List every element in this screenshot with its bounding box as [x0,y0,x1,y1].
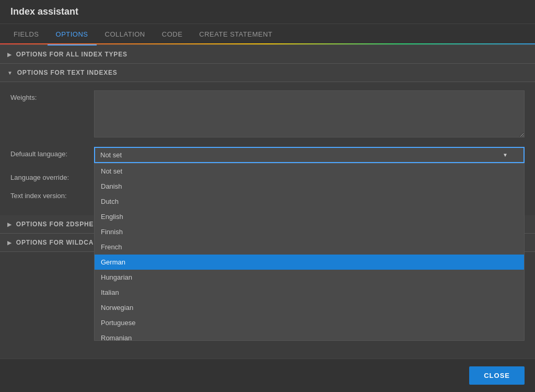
dropdown-item-english[interactable]: English [95,209,524,224]
title-bar: Index assistant [0,0,535,24]
tab-bar: FIELDSOPTIONSCOLLATIONCODECREATE STATEME… [0,24,535,45]
default-language-control: Not set ▼ Not setDanishDutchEnglishFinni… [94,147,525,163]
dropdown-item-italian[interactable]: Italian [95,285,524,300]
default-language-row: Defuault language: Not set ▼ Not setDani… [10,147,525,163]
dropdown-selected-value: Not set [100,151,122,159]
weights-control [94,90,525,140]
tab-options[interactable]: OPTIONS [48,24,97,44]
text-indexes-form: Weights: Defuault language: Not set ▼ No… [0,82,535,215]
main-content: ▶OPTIONS FOR ALL INDEX TYPES▼OPTIONS FOR… [0,45,535,359]
bottom-bar: CLOSE [0,359,535,392]
chevron-icon: ▶ [7,222,12,227]
chevron-icon: ▼ [7,70,13,76]
chevron-icon: ▶ [7,240,12,246]
dropdown-item-french[interactable]: French [95,239,524,255]
tab-create-statement[interactable]: CREATE STATEMENT [191,24,281,44]
section-header-all-index-types[interactable]: ▶OPTIONS FOR ALL INDEX TYPES [0,45,535,64]
dropdown-arrow-icon: ▼ [503,152,508,158]
tab-code[interactable]: CODE [154,24,191,44]
tab-fields[interactable]: FIELDS [5,24,48,44]
weights-input[interactable] [94,90,525,137]
section-label: OPTIONS FOR 2DSPHERE [16,221,103,228]
dropdown-item-dutch[interactable]: Dutch [95,194,524,209]
dropdown-item-norwegian[interactable]: Norwegian [95,300,524,315]
text-index-version-label: Text index version: [10,189,94,200]
chevron-icon: ▶ [7,52,12,57]
close-button[interactable]: CLOSE [469,366,525,385]
section-label: OPTIONS FOR TEXT INDEXES [17,69,118,76]
default-language-dropdown-container: Not set ▼ Not setDanishDutchEnglishFinni… [94,147,525,163]
default-language-dropdown[interactable]: Not set ▼ [94,147,525,163]
section-header-text-indexes[interactable]: ▼OPTIONS FOR TEXT INDEXES [0,64,535,82]
dropdown-item-finnish[interactable]: Finnish [95,224,524,239]
dropdown-item-german[interactable]: German [95,255,524,270]
tab-collation[interactable]: COLLATION [97,24,154,44]
language-override-label: Language override: [10,170,94,181]
weights-row: Weights: [10,90,525,140]
dropdown-item-hungarian[interactable]: Hungarian [95,270,524,285]
dropdown-item-not-set[interactable]: Not set [95,164,524,179]
dropdown-list: Not setDanishDutchEnglishFinnishFrenchGe… [94,163,525,341]
app-title: Index assistant [10,6,78,17]
section-label: OPTIONS FOR WILDCARD [16,239,103,246]
dropdown-item-portuguese[interactable]: Portuguese [95,315,524,330]
section-label: OPTIONS FOR ALL INDEX TYPES [16,51,127,58]
weights-label: Weights: [10,90,94,101]
dropdown-item-danish[interactable]: Danish [95,179,524,194]
default-language-label: Defuault language: [10,147,94,158]
dropdown-item-romanian[interactable]: Romanian [95,330,524,341]
